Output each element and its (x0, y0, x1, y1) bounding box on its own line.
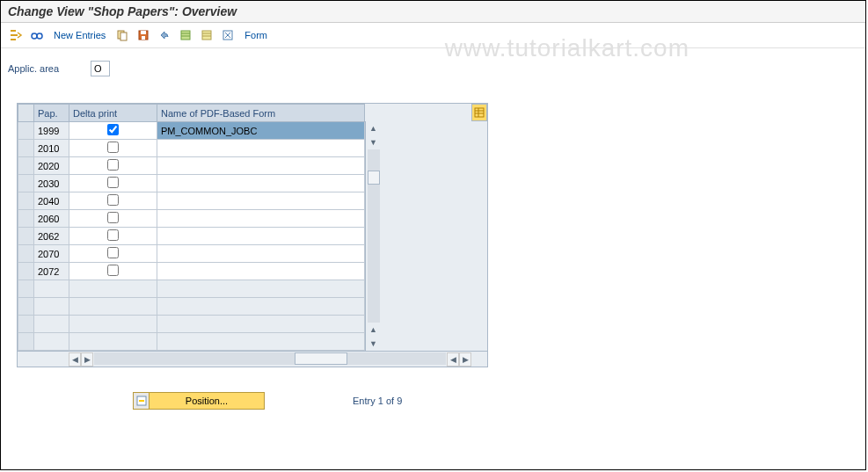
cell-pap[interactable]: 2062 (34, 228, 69, 245)
table-settings-icon[interactable] (471, 104, 487, 121)
cell-pap[interactable]: 2020 (34, 157, 69, 175)
empty-cell (18, 316, 34, 333)
delta-checkbox[interactable] (107, 229, 119, 241)
empty-cell (18, 298, 34, 316)
filter-area: Applic. area (1, 48, 865, 89)
table-row-empty (18, 280, 365, 298)
select-all-icon[interactable] (178, 27, 193, 43)
table-row: 2030 (18, 175, 365, 192)
position-label: Position... (150, 396, 264, 406)
delta-checkbox[interactable] (107, 212, 119, 223)
header-delta[interactable]: Delta print (69, 105, 157, 122)
empty-cell (18, 333, 34, 351)
scroll-up-small-icon[interactable]: ▲ (366, 323, 381, 337)
table-row: 2010 (18, 140, 365, 157)
header-pap[interactable]: Pap. (34, 105, 69, 122)
delete-icon[interactable] (220, 27, 236, 43)
toggle-icon[interactable] (8, 27, 24, 43)
cell-form-name[interactable] (157, 228, 365, 245)
cell-form-name[interactable] (157, 192, 365, 210)
cell-form-name[interactable] (157, 210, 365, 228)
cell-pap[interactable]: 2030 (34, 175, 69, 192)
row-selector[interactable] (18, 122, 34, 140)
empty-cell (34, 280, 69, 298)
row-selector[interactable] (18, 263, 34, 280)
hscroll-last-icon[interactable]: ▶ (459, 352, 471, 367)
new-entries-button[interactable]: New Entries (54, 30, 106, 40)
svg-rect-9 (181, 31, 190, 40)
empty-cell (34, 298, 69, 316)
delta-checkbox[interactable] (107, 194, 119, 206)
row-selector[interactable] (18, 228, 34, 245)
hscroll-track[interactable] (94, 352, 446, 365)
select-all-header[interactable] (18, 105, 34, 122)
cell-delta (69, 192, 157, 210)
cell-form-name[interactable]: PM_COMMON_JOBC (157, 122, 365, 140)
undo-icon[interactable] (157, 27, 172, 43)
cell-delta (69, 140, 157, 157)
scroll-up-icon[interactable]: ▲ (366, 121, 381, 135)
row-selector[interactable] (18, 210, 34, 228)
empty-cell (69, 316, 157, 333)
table-row-empty (18, 333, 365, 351)
cell-form-name[interactable] (157, 140, 365, 157)
cell-delta (69, 122, 157, 140)
table-row: 2020 (18, 157, 365, 175)
position-icon (134, 393, 150, 409)
form-button[interactable]: Form (244, 30, 267, 40)
table-row-empty (18, 316, 365, 333)
empty-cell (34, 316, 69, 333)
empty-cell (69, 333, 157, 351)
row-selector[interactable] (18, 157, 34, 175)
hscroll-right-icon[interactable]: ◀ (447, 352, 459, 367)
cell-pap[interactable]: 2070 (34, 245, 69, 263)
cell-form-name[interactable] (157, 263, 365, 280)
position-button[interactable]: Position... (133, 392, 265, 410)
cell-pap[interactable]: 2010 (34, 140, 69, 157)
cell-delta (69, 263, 157, 280)
applic-area-label: Applic. area (8, 63, 59, 74)
save-icon[interactable] (135, 27, 151, 43)
row-selector[interactable] (18, 140, 34, 157)
hscroll-first-icon[interactable]: ◀ (69, 352, 81, 367)
svg-rect-18 (475, 108, 484, 117)
cell-form-name[interactable] (157, 175, 365, 192)
horizontal-scroll-row: ◀ ▶ ◀ ▶ (18, 351, 487, 367)
svg-rect-7 (141, 31, 146, 34)
toolbar: New Entries Form (1, 23, 865, 48)
vertical-scrollbar[interactable]: ▲ ▼ ▲ ▼ (365, 121, 381, 351)
deselect-all-icon[interactable] (199, 27, 215, 43)
empty-cell (157, 298, 365, 316)
scroll-down-icon[interactable]: ▼ (366, 337, 381, 351)
cell-form-name[interactable] (157, 157, 365, 175)
cell-delta (69, 157, 157, 175)
cell-pap[interactable]: 2072 (34, 263, 69, 280)
page-title: Change View "Shop Papers": Overview (1, 1, 865, 23)
empty-cell (157, 333, 365, 351)
row-selector[interactable] (18, 245, 34, 263)
table-row-empty (18, 298, 365, 316)
cell-delta (69, 228, 157, 245)
delta-checkbox[interactable] (107, 247, 119, 258)
cell-pap[interactable]: 1999 (34, 122, 69, 140)
hscroll-left-icon[interactable]: ▶ (81, 352, 93, 367)
delta-checkbox[interactable] (107, 159, 119, 171)
scroll-down-small-icon[interactable]: ▼ (366, 135, 381, 149)
copy-icon[interactable] (114, 27, 130, 43)
header-form[interactable]: Name of PDF-Based Form (157, 105, 365, 122)
cell-pap[interactable]: 2060 (34, 210, 69, 228)
applic-area-input[interactable] (91, 61, 110, 76)
cell-form-name[interactable] (157, 245, 365, 263)
glasses-icon[interactable] (29, 27, 45, 43)
row-selector[interactable] (18, 192, 34, 210)
delta-checkbox[interactable] (107, 124, 119, 135)
table-row: 2072 (18, 263, 365, 280)
delta-checkbox[interactable] (107, 265, 119, 276)
cell-pap[interactable]: 2040 (34, 192, 69, 210)
delta-checkbox[interactable] (107, 177, 119, 188)
svg-rect-23 (139, 400, 144, 402)
row-selector[interactable] (18, 175, 34, 192)
delta-checkbox[interactable] (107, 142, 119, 153)
empty-cell (18, 280, 34, 298)
entry-counter: Entry 1 of 9 (353, 396, 402, 406)
